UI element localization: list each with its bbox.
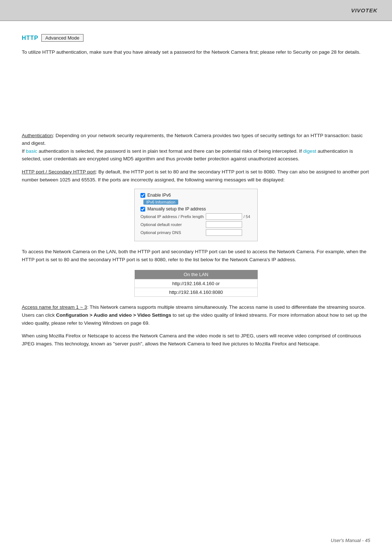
manually-setup-label: Manually setup the IP address [147,206,206,212]
access-name-paragraph: Access name for stream 1 ~ 3: This Netwo… [22,303,370,327]
lan-table-header: On the LAN [135,270,258,279]
lan-table-row1: http://192.168.4.160 or [135,279,258,288]
lan-table-wrapper: On the LAN http://192.168.4.160 or http:… [134,270,258,297]
auth-text2-mid: authentication is selected, the password… [37,148,303,154]
slash-54: / 54 [244,214,250,219]
main-content: HTTP Advanced Mode To utilize HTTP authe… [0,21,392,374]
optional-ip-label: Optional IP address / Prefix length [140,214,206,219]
footer-text: User's Manual - 45 [331,538,370,543]
auth-paragraph: Authentication: Depending on your networ… [22,132,370,163]
advanced-mode-button[interactable]: Advanced Mode [41,34,83,42]
optional-dns-label: Optional primary DNS [140,230,206,235]
manually-setup-checkbox[interactable] [140,207,145,212]
ipv6-info-button[interactable]: IPv6 Information [143,200,178,205]
access-name-bold: Configuration > Audio and video > Video … [56,312,171,318]
mozilla-paragraph: When using Mozilla Firefox or Netscape t… [22,332,370,348]
optional-ip-row: Optional IP address / Prefix length / 54 [140,213,252,220]
lan-table-cell1: http://192.168.4.160 or [135,279,258,288]
auth-basic-link[interactable]: basic [26,148,37,154]
enable-ipv6-label: Enable IPv6 [147,193,171,198]
page-wrapper: VIVOTEK HTTP Advanced Mode To utilize HT… [0,0,392,554]
http-port-paragraph: HTTP port / Secondary HTTP port: By defa… [22,168,370,184]
header-bar: VIVOTEK [0,0,392,20]
manually-setup-row: Manually setup the IP address [140,206,252,212]
enable-ipv6-checkbox[interactable] [140,193,145,198]
optional-dns-row: Optional primary DNS [140,229,252,236]
lan-table-cell2: http://192.168.4.160:8080 [135,288,258,297]
http-port-heading: HTTP port / Secondary HTTP port [22,169,96,175]
ipv6-form-box: Enable IPv6 IPv6 Information Manually se… [134,189,258,241]
auth-text2-pre: If [22,148,26,154]
ipv6-info-row: IPv6 Information [140,200,252,205]
footer: User's Manual - 45 [331,538,370,543]
auth-digest-link[interactable]: digest [303,148,316,154]
optional-router-label: Optional default router [140,222,206,227]
page-title-row: HTTP Advanced Mode [22,34,370,42]
lan-table-header-row: On the LAN [135,270,258,279]
intro-paragraph: To utilize HTTP authentication, make sur… [22,48,370,56]
lan-table-row2: http://192.168.4.160:8080 [135,288,258,297]
image-placeholder [22,61,370,127]
optional-dns-input[interactable] [206,229,242,236]
optional-router-row: Optional default router [140,221,252,228]
enable-ipv6-row: Enable IPv6 [140,193,252,198]
access-name-heading: Access name for stream 1 ~ 3 [22,304,87,310]
http-label: HTTP [22,35,38,41]
lan-table: On the LAN http://192.168.4.160 or http:… [134,270,258,297]
brand-name: VIVOTEK [351,7,377,13]
optional-ip-input[interactable] [206,213,242,220]
auth-text1: : Depending on your network security req… [22,133,363,146]
auth-heading: Authentication [22,133,53,138]
lan-access-paragraph: To access the Network Camera on the LAN,… [22,248,370,263]
optional-router-input[interactable] [206,221,242,228]
